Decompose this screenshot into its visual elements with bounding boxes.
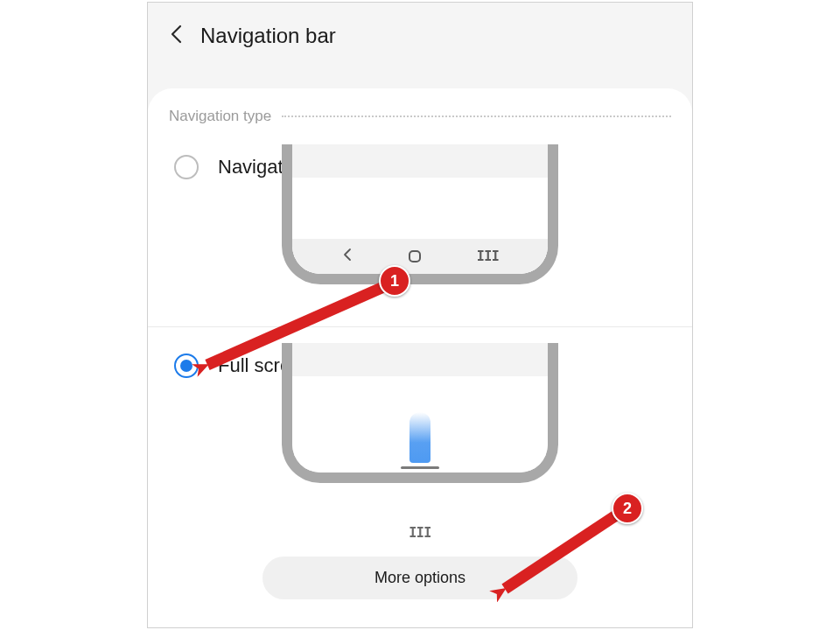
radio-full-screen-gestures[interactable]: [174, 354, 199, 378]
nav-home-icon: [409, 250, 421, 262]
nav-bar-strip: III: [292, 239, 548, 274]
section-divider-dots: [282, 116, 671, 117]
more-options-button[interactable]: More options: [262, 556, 578, 599]
radio-navigation-buttons[interactable]: [174, 155, 199, 179]
gesture-handle-icon: [401, 466, 439, 469]
phone-screen: [292, 376, 548, 472]
nav-back-icon: [341, 248, 354, 265]
nav-recents-icon: III: [477, 248, 500, 264]
swipe-up-icon: [394, 392, 446, 469]
card-background: Navigation type Navigation buttons: [148, 69, 692, 627]
phone-frame-icon: III: [282, 144, 558, 284]
page-title: Navigation bar: [200, 24, 336, 48]
nav-recents-icon: III: [409, 525, 431, 541]
section-header: Navigation type: [169, 108, 671, 125]
preview-navigation-buttons: III: [169, 188, 671, 311]
preview-full-screen-gestures: [169, 387, 671, 509]
settings-card: Navigation type Navigation buttons: [148, 88, 692, 627]
gesture-hint-recents: III: [169, 525, 671, 541]
header: Navigation bar: [148, 3, 692, 69]
section-label: Navigation type: [169, 108, 271, 125]
settings-screen: Navigation bar Navigation type Navigatio…: [147, 2, 693, 628]
phone-frame-icon: [282, 343, 558, 483]
back-icon[interactable]: [169, 24, 185, 47]
swipe-indicator-icon: [410, 412, 430, 463]
option-divider: [148, 326, 692, 327]
phone-screen: III: [292, 178, 548, 274]
